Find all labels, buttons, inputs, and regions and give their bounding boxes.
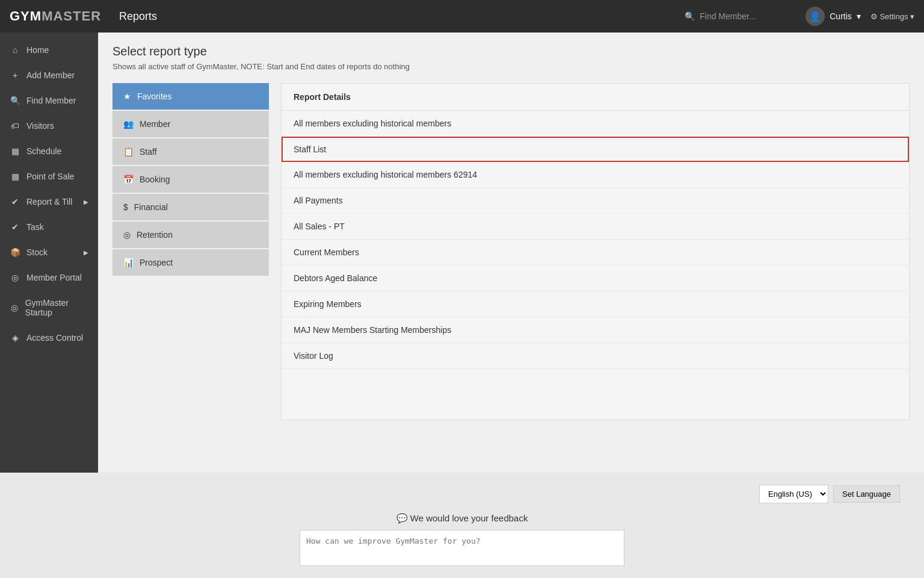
report-type-label-financial: Financial [134,202,168,212]
report-type-staff[interactable]: 📋Staff [112,138,269,165]
logo: GYMMASTER [10,8,101,24]
search-icon: 🔍 [685,11,695,21]
sidebar-item-label-stock: Stock [26,247,48,257]
sidebar-item-task[interactable]: ✔Task [0,214,98,240]
chevron-right-icon: ▶ [84,199,88,205]
sidebar-item-schedule[interactable]: ▦Schedule [0,138,98,164]
report-type-label-member: Member [140,119,170,129]
report-type-label-favorites: Favorites [137,92,172,101]
report-details-list: All members excluding historical members… [282,111,909,369]
logo-gym: GYM [10,8,42,23]
user-name: Curtis [830,11,852,21]
report-item-maj-new-members[interactable]: MAJ New Members Starting Memberships [282,317,909,343]
select-report-type-heading: Select report type [112,45,910,58]
user-dropdown-icon: ▾ [857,11,861,21]
sidebar-item-label-access-control: Access Control [26,333,83,343]
sidebar-item-label-task: Task [26,222,44,232]
report-type-label-staff: Staff [140,147,157,157]
member-btn-icon: 👥 [123,119,134,129]
booking-btn-icon: 📅 [123,175,134,184]
report-item-all-members-excl-62914[interactable]: All members excluding historical members… [282,162,909,188]
visitors-icon: 🏷 [10,121,20,131]
sidebar-item-visitors[interactable]: 🏷Visitors [0,113,98,138]
sidebar: ⌂Home+Add Member🔍Find Member🏷Visitors▦Sc… [0,33,98,473]
search-area: 🔍 [685,11,796,21]
point-of-sale-icon: ▦ [10,172,20,181]
sidebar-item-stock[interactable]: 📦Stock▶ [0,240,98,265]
report-item-debtors-aged[interactable]: Debtors Aged Balance [282,266,909,291]
report-details-panel: Report Details All members excluding his… [281,83,910,420]
sidebar-item-label-visitors: Visitors [26,121,54,131]
report-layout: ★Favorites👥Member📋Staff📅Booking$Financia… [112,83,910,420]
task-icon: ✔ [10,222,20,232]
sidebar-item-home[interactable]: ⌂Home [0,37,98,63]
report-type-label-prospect: Prospect [140,258,173,267]
prospect-btn-icon: 📊 [123,258,134,267]
report-item-all-members-excl[interactable]: All members excluding historical members [282,111,909,137]
sidebar-item-label-point-of-sale: Point of Sale [26,172,74,181]
report-item-all-payments[interactable]: All Payments [282,188,909,214]
topnav-right: 🔍 👤 Curtis ▾ ⚙ Settings ▾ [685,7,914,26]
feedback-title: 💬 We would love your feedback [12,513,912,524]
report-type-financial[interactable]: $Financial [112,194,269,220]
sidebar-item-point-of-sale[interactable]: ▦Point of Sale [0,164,98,189]
report-type-retention[interactable]: ◎Retention [112,222,269,248]
content: Select report type Shows all active staf… [98,33,924,473]
sidebar-item-gymmaster-startup[interactable]: ◎GymMaster Startup [0,290,98,325]
sidebar-item-member-portal[interactable]: ◎Member Portal [0,265,98,290]
footer: English (US)English (UK)SpanishFrenchGer… [0,473,924,578]
settings-button[interactable]: ⚙ Settings ▾ [870,12,914,21]
report-type-prospect[interactable]: 📊Prospect [112,249,269,276]
report-item-expiring-members[interactable]: Expiring Members [282,291,909,317]
avatar: 👤 [805,7,825,26]
main-layout: ⌂Home+Add Member🔍Find Member🏷Visitors▦Sc… [0,33,924,473]
report-item-visitor-log[interactable]: Visitor Log [282,343,909,369]
sidebar-item-label-schedule: Schedule [26,146,61,156]
sidebar-item-find-member[interactable]: 🔍Find Member [0,88,98,113]
member-portal-icon: ◎ [10,273,20,282]
topnav: GYMMASTER Reports 🔍 👤 Curtis ▾ ⚙ Setting… [0,0,924,33]
report-type-member[interactable]: 👥Member [112,111,269,137]
sidebar-item-access-control[interactable]: ◈Access Control [0,325,98,350]
report-item-current-members[interactable]: Current Members [282,240,909,266]
user-area[interactable]: 👤 Curtis ▾ [805,7,861,26]
gymmaster-startup-icon: ◎ [10,303,19,312]
stock-icon: 📦 [10,247,20,257]
add-member-icon: + [10,70,20,80]
report-till-icon: ✔ [10,197,20,207]
sidebar-item-label-add-member: Add Member [26,70,75,80]
find-member-icon: 🔍 [10,96,20,105]
language-select[interactable]: English (US)English (UK)SpanishFrenchGer… [759,485,828,503]
feedback-input[interactable] [300,530,624,566]
sidebar-item-add-member[interactable]: +Add Member [0,63,98,88]
financial-btn-icon: $ [123,202,128,212]
logo-master: MASTER [42,8,101,23]
report-type-label-booking: Booking [140,175,170,184]
report-type-favorites[interactable]: ★Favorites [112,83,269,110]
home-icon: ⌂ [10,45,20,55]
sidebar-item-label-find-member: Find Member [26,96,76,105]
report-item-all-sales-pt[interactable]: All Sales - PT [282,214,909,240]
report-type-label-retention: Retention [137,230,173,240]
sidebar-item-report-till[interactable]: ✔Report & Till▶ [0,189,98,214]
schedule-icon: ▦ [10,146,20,156]
retention-btn-icon: ◎ [123,230,131,240]
sidebar-item-label-gymmaster-startup: GymMaster Startup [25,298,88,317]
staff-btn-icon: 📋 [123,147,134,157]
report-type-booking[interactable]: 📅Booking [112,166,269,193]
report-item-staff-list[interactable]: Staff List [282,137,909,162]
sidebar-item-label-report-till: Report & Till [26,197,72,207]
sidebar-item-label-member-portal: Member Portal [26,273,82,282]
sidebar-item-label-home: Home [26,45,49,55]
report-details-header: Report Details [282,84,909,111]
set-language-button[interactable]: Set Language [833,485,900,503]
chevron-right-icon: ▶ [84,249,88,256]
search-input[interactable] [700,11,796,21]
report-type-panel: ★Favorites👥Member📋Staff📅Booking$Financia… [112,83,269,276]
info-text: Shows all active staff of GymMaster, NOT… [112,62,910,71]
favorites-btn-icon: ★ [123,92,131,101]
access-control-icon: ◈ [10,333,20,343]
page-title: Reports [119,10,157,23]
footer-lang: English (US)English (UK)SpanishFrenchGer… [12,485,912,503]
